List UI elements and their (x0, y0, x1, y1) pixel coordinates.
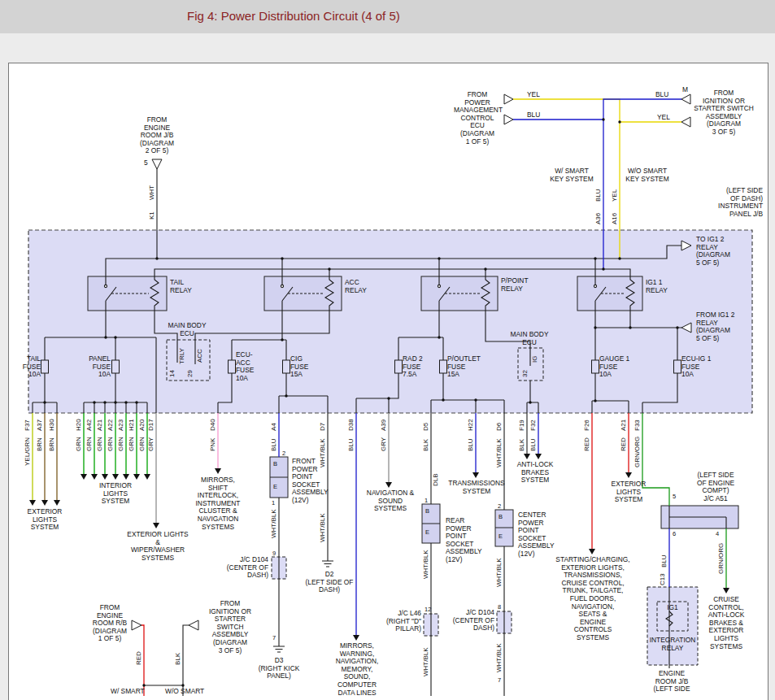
connector-k1-label: K1 (148, 211, 155, 220)
yel-wire-label-left: YEL (527, 91, 540, 99)
jc-pin-12: 12 (425, 606, 431, 613)
transmissions-system: TRANSMISSIONS SYSTEM (446, 480, 507, 495)
wire-color-label: GRN (85, 437, 93, 451)
wire-color-label: BLU (529, 438, 537, 451)
to-ig12-relay-label: TO IG1 2 RELAY (DIAGRAM 5 OF 5) (696, 236, 738, 267)
exit-connector: A20 (138, 420, 146, 431)
a51-pin-4: 4 (716, 530, 719, 537)
connector-c13-label: C13 (659, 573, 666, 585)
from-engine-room-rb-label: FROM ENGINE ROOM R/B (DIAGRAM 1 OF 5) (87, 604, 133, 643)
wire-color-label: GRN (96, 437, 103, 451)
exit-connector: D5 (422, 423, 429, 431)
exit-connector: D6 (495, 423, 503, 431)
center-pp-e: E (499, 533, 503, 540)
wo-smart-key-label: W/O SMART KEY SYSTEM (625, 167, 670, 183)
whtblk-wire-label: WHT/BLK (495, 643, 503, 672)
exit-connector: A37 (36, 420, 43, 431)
from-engine-room-jb-label: FROM ENGINE ROOM J/B (DIAGRAM 2 OF 5) (127, 116, 187, 155)
yel-wire-label-right: YEL (657, 114, 670, 122)
exit-connector: A21 (620, 420, 627, 431)
from-ignition-switch-label-top: FROM IGNITION OR STARTER SWITCH ASSEMBLY… (693, 89, 755, 137)
center-pp-b: B (499, 513, 503, 520)
cruise-control-systems: CRUISE CONTROL, ANTI-LOCK BRAKES & EXTER… (702, 596, 751, 650)
blu-wire-label-left: BLU (527, 111, 540, 120)
center-pp-pin-top: 2 (498, 502, 501, 510)
a51-pin-6: 6 (673, 530, 676, 537)
ecu2-ig-pin-label: IG (531, 356, 538, 363)
ecu1-pin29-label: 29 (186, 370, 194, 377)
exit-connector: H21 (128, 419, 135, 431)
exit-connector: F32 (529, 420, 537, 431)
exit-connector: F19 (518, 420, 525, 431)
wo-smart-bottom-label: W/O SMART (165, 688, 209, 696)
tail-relay-label: TAIL RELAY (170, 279, 198, 294)
rad2-fuse-label: RAD 2 FUSE 7.5A (403, 355, 427, 379)
wire-color-label: BRN (36, 437, 43, 451)
wire-color-label: BLU (467, 438, 474, 451)
exterior-lights-system-right: EXTERIOR LIGHTS SYSTEM (607, 480, 651, 504)
gauge1-fuse-label: GAUGE 1 FUSE 10A (599, 355, 632, 379)
ig1-relay-label: IG1 (657, 604, 688, 612)
exit-connector: A22 (107, 420, 114, 431)
ground-d2-label: D2 (LEFT SIDE OF DASH) (304, 571, 355, 594)
exit-connector: A21 (96, 420, 103, 431)
exit-connector: A4 (270, 423, 277, 431)
poutlet-fuse-label: P/OUTLET FUSE 15A (447, 355, 481, 379)
dlb-label: DLB (432, 473, 439, 486)
wht-wire-label: WHT (148, 185, 155, 200)
connector-a16-label: A16 (611, 213, 618, 224)
tail-fuse-label: TAIL FUSE 10A (18, 355, 41, 379)
integration-relay-label: INTEGRATION RELAY (648, 637, 697, 652)
wire-color-label: BLK (422, 439, 429, 451)
navigation-sound-systems: NAVIGATION & SOUND SYSTEMS (365, 489, 416, 513)
from-ignition-switch-label-bottom: FROM IGNITION OR STARTER SWITCH ASSEMBLY… (205, 600, 255, 654)
w-smart-bottom-label: W/ SMART (111, 688, 151, 696)
jc-l46-label: J/C L46 (RIGHT "D" PILLAR) (374, 610, 421, 633)
main-body-ecu1-label: MAIN BODY ECU (164, 322, 210, 337)
acc-relay-label: ACC RELAY (345, 279, 372, 294)
exit-connector: D7 (319, 423, 326, 431)
wire-color-label: PNK (209, 438, 216, 451)
ecu1-trly-pin-label: TRLY (178, 348, 185, 364)
engine-room-jb-bottom-label: ENGINE ROOM J/B (LEFT SIDE (648, 670, 695, 693)
exit-connector: A39 (380, 420, 387, 431)
wire-color-label: GRN (107, 437, 114, 451)
ground-pin-7a: 7 (272, 634, 276, 641)
panel-fuse-label: PANEL FUSE 10A (83, 355, 111, 379)
wire-color-label: GRN (117, 437, 124, 451)
ppoint-relay-label: P/POINT RELAY (501, 277, 535, 293)
center-power-point-label: CENTER POWER POINT SOCKET ASSEMBLY (12V) (518, 511, 557, 559)
w-smart-key-label: W/ SMART KEY SYSTEM (550, 167, 594, 183)
wire-color-label: GRY (147, 437, 155, 451)
exit-connector: A42 (85, 420, 93, 431)
ecu-acc-fuse-label: ECU- ACC FUSE 10A (236, 351, 257, 382)
connector-m-label: M (682, 86, 688, 94)
yel-vert-wire-label: YEL (611, 189, 618, 202)
front-power-point-label: FRONT POWER POINT SOCKET ASSEMBLY (12V) (292, 458, 331, 505)
connector-5-label: 5 (144, 159, 148, 167)
whtblk-wire-label: WHT/BLK (270, 509, 277, 538)
whtblk-wire-label: WHT/BLK (319, 513, 326, 542)
anti-lock-brakes-system: ANTI-LOCK BRAKES SYSTEM (508, 461, 562, 485)
jc-pin-7b: 7 (498, 676, 501, 684)
wire-color-label: RED (620, 437, 627, 451)
front-pp-pin-bot: 1 (272, 499, 275, 507)
rear-power-point-label: REAR POWER POINT SOCKET ASSEMBLY (12V) (446, 517, 485, 564)
ig11-relay-label: IG1 1 RELAY (646, 279, 675, 294)
interior-lights-system: INTERIOR LIGHTS SYSTEM (93, 482, 138, 506)
jc-d104-label-2: J/C D104 (CENTER OF DASH) (447, 609, 494, 633)
blu-wire-label-right: BLU (655, 91, 668, 99)
exit-connector: A23 (117, 420, 124, 431)
blk-wire-label: BLK (174, 653, 181, 665)
wire-color-label: GRN (75, 437, 82, 451)
exit-connector: D40 (209, 419, 216, 431)
wire-color-label: YEL/GRN (24, 437, 31, 466)
front-pp-b: B (273, 460, 277, 467)
ecu1-acc-pin-label: ACC (196, 349, 203, 363)
front-pp-e: E (273, 483, 277, 490)
rear-pp-e: E (425, 528, 429, 536)
wire-color-label: GRN/ORG (633, 437, 641, 467)
from-power-mgmt-ecu-label: FROM POWER MANAGEMENT CONTROL ECU (DIAGR… (454, 91, 501, 146)
exit-connector: D17 (147, 419, 155, 431)
wire-color-label: GRY (380, 437, 387, 451)
